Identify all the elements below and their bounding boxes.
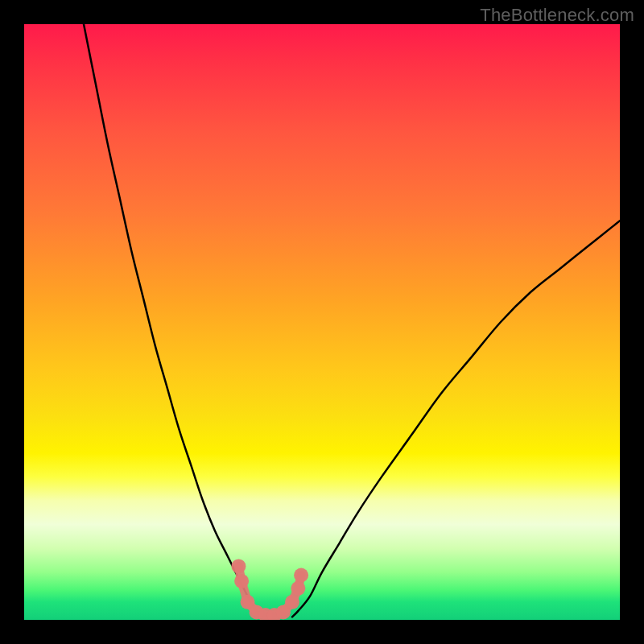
chart-frame: TheBottleneck.com bbox=[0, 0, 644, 644]
svg-point-7 bbox=[285, 595, 299, 609]
valley-markers bbox=[231, 559, 308, 620]
svg-point-1 bbox=[234, 574, 249, 588]
svg-point-9 bbox=[294, 568, 308, 583]
svg-point-0 bbox=[231, 559, 246, 573]
left-curve bbox=[84, 24, 262, 617]
svg-point-8 bbox=[291, 581, 305, 596]
watermark-text: TheBottleneck.com bbox=[480, 5, 634, 26]
plot-area bbox=[24, 24, 620, 620]
curve-layer bbox=[24, 24, 620, 620]
right-curve bbox=[292, 221, 620, 617]
